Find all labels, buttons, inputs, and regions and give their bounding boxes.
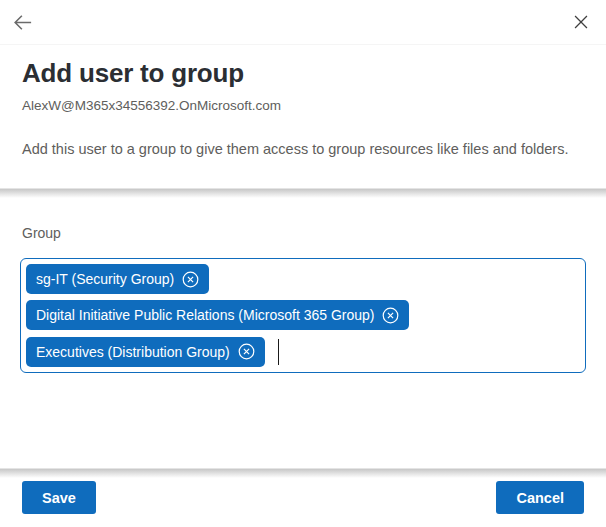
remove-chip-button[interactable]	[382, 307, 399, 324]
close-button[interactable]	[565, 6, 597, 38]
back-button[interactable]	[6, 6, 38, 38]
group-chip-label: Digital Initiative Public Relations (Mic…	[36, 307, 374, 323]
group-chip-label: Executives (Distribution Group)	[36, 344, 230, 360]
dialog-description: Add this user to a group to give them ac…	[22, 138, 578, 161]
section-divider	[0, 188, 606, 200]
remove-chip-icon	[382, 307, 399, 324]
group-section: Group sg-IT (Security Group) Digital Ini…	[0, 225, 606, 373]
group-chip[interactable]: Digital Initiative Public Relations (Mic…	[26, 300, 409, 330]
close-icon	[572, 13, 590, 31]
remove-chip-icon	[238, 343, 255, 360]
group-chip[interactable]: Executives (Distribution Group)	[26, 337, 265, 367]
group-chip[interactable]: sg-IT (Security Group)	[26, 264, 209, 294]
group-chip-box[interactable]: sg-IT (Security Group) Digital Initiativ…	[20, 258, 586, 373]
text-caret	[278, 339, 279, 365]
dialog-header	[0, 0, 606, 45]
cancel-button[interactable]: Cancel	[496, 481, 584, 514]
save-button[interactable]: Save	[22, 481, 96, 514]
group-chip-label: sg-IT (Security Group)	[36, 271, 174, 287]
group-field-label: Group	[20, 225, 586, 242]
dialog-intro: Add user to group AlexW@M365x34556392.On…	[0, 58, 606, 188]
remove-chip-button[interactable]	[182, 271, 199, 288]
dialog-footer: Save Cancel	[0, 468, 606, 514]
remove-chip-button[interactable]	[238, 343, 255, 360]
arrow-left-icon	[12, 12, 33, 33]
footer-divider	[0, 468, 606, 480]
add-user-to-group-dialog: Add user to group AlexW@M365x34556392.On…	[0, 0, 606, 527]
page-title: Add user to group	[22, 58, 584, 88]
remove-chip-icon	[182, 271, 199, 288]
user-email: AlexW@M365x34556392.OnMicrosoft.com	[22, 98, 584, 114]
